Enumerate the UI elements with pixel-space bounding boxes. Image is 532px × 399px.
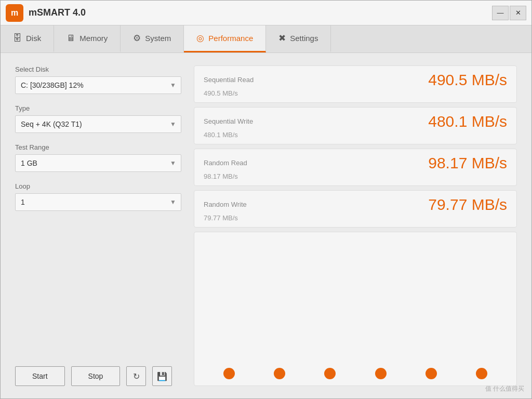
metric-card-0: Sequential Read 490.5 MB/s 490.5 MB/s — [194, 65, 517, 103]
save-button[interactable]: 💾 — [152, 366, 172, 386]
right-panel: Sequential Read 490.5 MB/s 490.5 MB/s Se… — [194, 65, 517, 386]
tab-system-label: System — [145, 34, 171, 43]
loop-label: Loop — [15, 182, 181, 190]
type-group: Type Seq + 4K (Q32 T1)Sequential4K4K Q32… — [15, 104, 181, 133]
dot-4 — [425, 368, 437, 379]
dot-3 — [375, 368, 387, 379]
window-controls: — ✕ — [492, 6, 526, 20]
app-logo: m — [6, 4, 23, 22]
type-dropdown[interactable]: Seq + 4K (Q32 T1)Sequential4K4K Q32T1 — [15, 115, 181, 133]
metric-value-0: 490.5 MB/s — [428, 71, 507, 88]
metric-sub-1: 480.1 MB/s — [204, 131, 507, 139]
range-label: Test Range — [15, 143, 181, 151]
tab-performance-label: Performance — [208, 34, 253, 43]
tab-disk-label: Disk — [26, 34, 41, 43]
action-buttons: Start Stop ↻ 💾 — [15, 366, 181, 386]
tab-memory-label: Memory — [79, 34, 108, 43]
loop-group: Loop 1235 ▼ — [15, 182, 181, 211]
start-button[interactable]: Start — [15, 366, 65, 386]
title-bar: m mSMART 4.0 — ✕ — [1, 1, 531, 25]
tab-settings-label: Settings — [290, 34, 318, 43]
metric-value-1: 480.1 MB/s — [428, 113, 507, 130]
type-label: Type — [15, 104, 181, 112]
select-disk-dropdown[interactable]: C: [30/238GB] 12% — [15, 76, 181, 94]
dot-1 — [274, 368, 285, 379]
logo-text: m — [11, 8, 18, 18]
select-disk-label: Select Disk — [15, 65, 181, 73]
tab-memory[interactable]: 🖥 Memory — [54, 25, 121, 52]
refresh-icon: ↻ — [133, 371, 140, 381]
metric-value-3: 79.77 MB/s — [428, 196, 507, 213]
main-content: Select Disk C: [30/238GB] 12% ▼ Type Seq… — [1, 53, 531, 398]
stop-button[interactable]: Stop — [71, 366, 121, 386]
metric-title-1: Sequential Write — [204, 117, 253, 125]
type-wrapper: Seq + 4K (Q32 T1)Sequential4K4K Q32T1 ▼ — [15, 115, 181, 133]
dot-5 — [476, 368, 487, 379]
select-disk-group: Select Disk C: [30/238GB] 12% ▼ — [15, 65, 181, 94]
tab-performance[interactable]: ◎ Performance — [184, 25, 266, 52]
metric-sub-2: 98.17 MB/s — [204, 172, 507, 180]
range-dropdown[interactable]: 1 GB2 GB4 GB8 GB — [15, 154, 181, 172]
left-panel: Select Disk C: [30/238GB] 12% ▼ Type Seq… — [15, 65, 181, 386]
dots-card — [194, 232, 517, 386]
system-icon: ⚙ — [133, 33, 141, 44]
range-wrapper: 1 GB2 GB4 GB8 GB ▼ — [15, 154, 181, 172]
metric-sub-0: 490.5 MB/s — [204, 89, 507, 97]
watermark: 值 什么值得买 — [485, 384, 524, 393]
app-title: mSMART 4.0 — [29, 7, 492, 18]
tab-settings[interactable]: ✖ Settings — [266, 25, 331, 52]
disk-icon: 🗄 — [13, 33, 22, 44]
loop-dropdown[interactable]: 1235 — [15, 193, 181, 211]
dot-2 — [324, 368, 336, 379]
select-disk-wrapper: C: [30/238GB] 12% ▼ — [15, 76, 181, 94]
loop-wrapper: 1235 ▼ — [15, 193, 181, 211]
metric-sub-3: 79.77 MB/s — [204, 214, 507, 222]
metric-card-2: Random Read 98.17 MB/s 98.17 MB/s — [194, 149, 517, 186]
performance-icon: ◎ — [196, 33, 204, 44]
metric-value-2: 98.17 MB/s — [428, 154, 507, 171]
tab-system[interactable]: ⚙ System — [121, 25, 184, 52]
metric-title-0: Sequential Read — [204, 76, 254, 84]
minimize-button[interactable]: — — [492, 6, 509, 20]
tab-bar: 🗄 Disk 🖥 Memory ⚙ System ◎ Performance ✖… — [1, 25, 531, 53]
metric-card-3: Random Write 79.77 MB/s 79.77 MB/s — [194, 190, 517, 228]
dot-0 — [223, 368, 235, 379]
metric-title-3: Random Write — [204, 201, 247, 208]
memory-icon: 🖥 — [66, 33, 75, 44]
close-button[interactable]: ✕ — [510, 6, 526, 20]
tab-disk[interactable]: 🗄 Disk — [1, 25, 54, 52]
metric-title-2: Random Read — [204, 159, 247, 167]
metric-card-1: Sequential Write 480.1 MB/s 480.1 MB/s — [194, 107, 517, 144]
metrics-container: Sequential Read 490.5 MB/s 490.5 MB/s Se… — [194, 65, 517, 228]
save-icon: 💾 — [157, 371, 167, 381]
refresh-button[interactable]: ↻ — [126, 366, 146, 386]
range-group: Test Range 1 GB2 GB4 GB8 GB ▼ — [15, 143, 181, 172]
settings-icon: ✖ — [278, 33, 286, 44]
